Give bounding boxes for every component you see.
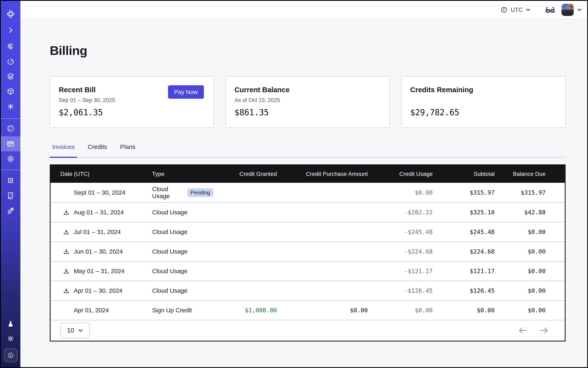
timezone-label: UTC xyxy=(511,7,523,13)
invoice-type: Cloud Usage xyxy=(152,268,187,275)
balance-due-cell: $0.00 xyxy=(504,248,565,255)
dollar-badge-button[interactable]: $ xyxy=(4,349,18,362)
invoice-type-cell: Cloud Usage xyxy=(152,287,213,294)
chevron-down-icon xyxy=(78,329,83,332)
expand-chevron-icon[interactable] xyxy=(1,26,20,34)
balance-as-of: As of Oct 15, 2025 xyxy=(235,97,280,103)
invoice-type: Cloud Usage xyxy=(152,248,187,255)
credits-remaining-card: Credits Remaining $29,782.65 xyxy=(401,76,566,128)
asterisk-icon[interactable] xyxy=(1,102,20,110)
credit-purchase-amount-cell: $0.00 xyxy=(287,307,378,314)
layers-icon[interactable] xyxy=(1,72,20,80)
tab-plans[interactable]: Plans xyxy=(118,142,138,157)
timezone-selector[interactable]: UTC xyxy=(500,6,531,13)
table-row: Jul 01 – 31, 2024Cloud Usage-$245.48$245… xyxy=(51,222,565,241)
card-title: Credits Remaining xyxy=(410,86,473,94)
docs-book-icon[interactable] xyxy=(1,191,20,200)
usage-gauge-icon[interactable] xyxy=(1,124,20,133)
invoice-date: Apr 01, 2024 xyxy=(74,307,109,314)
invoice-date: Jul 01 – 31, 2024 xyxy=(74,229,121,235)
tab-invoices[interactable]: Invoices xyxy=(50,142,77,157)
cube-icon[interactable] xyxy=(1,87,20,95)
credit-usage-cell: -$121.17 xyxy=(378,268,443,275)
status-badge: Pending xyxy=(187,188,213,197)
subtotal-cell: $121.17 xyxy=(443,268,504,275)
labs-flask-icon[interactable] xyxy=(1,320,20,328)
invoice-date-cell: Aug 01 – 31, 2024 xyxy=(51,209,152,216)
previous-page-arrow[interactable] xyxy=(518,327,527,334)
ship-wheel-icon[interactable] xyxy=(1,176,20,185)
column-header-credit-usage: Credit Usage xyxy=(378,171,443,177)
credit-usage-cell: -$282.22 xyxy=(378,209,443,216)
subtotal-cell: $245.48 xyxy=(443,229,504,235)
invoice-date-cell: Apr 01, 2024 xyxy=(51,307,152,314)
settings-gear-icon[interactable] xyxy=(1,155,20,163)
column-header-subtotal: Subtotal xyxy=(443,171,504,177)
pagination-controls xyxy=(518,327,548,334)
table-header-row: Date (UTC) Type Credit Granted Credit Pu… xyxy=(51,165,565,183)
download-invoice-icon[interactable] xyxy=(63,287,70,294)
billing-page: $ UTC Billing Recent Bill Sep 01 – Sep 3… xyxy=(0,0,588,368)
table-row: Aug 01 – 31, 2024Cloud Usage-$282.22$325… xyxy=(51,202,565,222)
trace-spiral-icon[interactable] xyxy=(1,42,20,51)
column-header-credit-granted: Credit Granted xyxy=(213,171,287,177)
pay-now-button[interactable]: Pay Now xyxy=(168,85,204,99)
credit-usage-cell: $0.00 xyxy=(378,189,443,196)
billing-summary-cards: Recent Bill Sep 01 – Sep 30, 2025 $2,061… xyxy=(50,76,566,128)
table-body: Sept 01 – 30, 2024Cloud UsagePending$0.0… xyxy=(51,183,565,320)
theme-sun-icon[interactable] xyxy=(1,335,20,343)
credit-granted-cell: $1,000.00 xyxy=(213,307,287,314)
sidebar-divider xyxy=(1,118,20,119)
card-title: Current Balance xyxy=(235,86,289,94)
rocket-icon[interactable] xyxy=(1,206,20,215)
table-row: May 01 – 31, 2024Cloud Usage-$121.17$121… xyxy=(51,261,565,281)
tab-credits[interactable]: Credits xyxy=(85,142,109,157)
subtotal-cell: $224.68 xyxy=(443,248,504,255)
balance-due-cell: $0.00 xyxy=(504,229,565,235)
column-header-type: Type xyxy=(152,171,213,177)
table-row: Apr 01, 2024Sign Up Credit$1,000.00$0.00… xyxy=(51,300,565,320)
credit-usage-cell: $0.00 xyxy=(378,307,443,314)
download-placeholder xyxy=(63,307,70,314)
column-header-date: Date (UTC) xyxy=(51,171,152,177)
next-page-arrow[interactable] xyxy=(540,327,548,334)
invoice-type-cell: Sign Up Credit xyxy=(152,307,213,314)
invoice-type-cell: Cloud UsagePending xyxy=(152,186,213,200)
glasses-icon xyxy=(545,6,555,13)
invoice-date: Aug 01 – 31, 2024 xyxy=(74,209,124,216)
billing-card-icon[interactable] xyxy=(1,139,20,148)
billing-tabs: Invoices Credits Plans xyxy=(50,142,566,157)
balance-due-cell: $0.00 xyxy=(504,268,565,275)
sidebar: $ xyxy=(1,1,20,367)
credit-usage-cell: -$245.48 xyxy=(378,229,443,235)
balance-due-cell: $42.88 xyxy=(504,209,565,216)
page-size-value: 10 xyxy=(67,327,74,334)
credit-usage-cell: -$224.68 xyxy=(378,248,443,255)
download-invoice-icon[interactable] xyxy=(63,229,70,235)
invoice-date: Sept 01 – 30, 2024 xyxy=(74,189,126,196)
invoice-type-cell: Cloud Usage xyxy=(152,248,213,255)
credits-remaining-amount: $29,782.65 xyxy=(410,108,459,117)
table-footer: 10 xyxy=(51,320,565,341)
page-title: Billing xyxy=(50,43,87,58)
account-menu[interactable] xyxy=(561,4,582,16)
topbar: UTC xyxy=(20,1,587,19)
invoice-type-cell: Cloud Usage xyxy=(152,229,213,235)
card-title: Recent Bill xyxy=(59,86,96,94)
download-invoice-icon[interactable] xyxy=(63,209,70,216)
clock-icon xyxy=(500,6,508,13)
invoice-type: Cloud Usage xyxy=(152,287,187,294)
download-invoice-icon[interactable] xyxy=(63,248,70,255)
orbit-logo-icon[interactable] xyxy=(1,9,20,19)
download-invoice-icon[interactable] xyxy=(63,268,70,275)
reader-glasses-button[interactable] xyxy=(545,6,555,13)
invoice-type: Cloud Usage xyxy=(152,229,187,235)
invoice-type-cell: Cloud Usage xyxy=(152,268,213,275)
page-size-select[interactable]: 10 xyxy=(60,323,90,338)
invoice-date: Jun 01 – 30, 2024 xyxy=(74,248,123,255)
invoice-date: May 01 – 31, 2024 xyxy=(74,268,125,275)
history-clock-icon[interactable] xyxy=(1,57,20,66)
column-header-balance-due: Balance Due xyxy=(504,171,565,177)
chevron-down-icon xyxy=(577,8,582,12)
balance-due-cell: $0.00 xyxy=(504,287,565,294)
